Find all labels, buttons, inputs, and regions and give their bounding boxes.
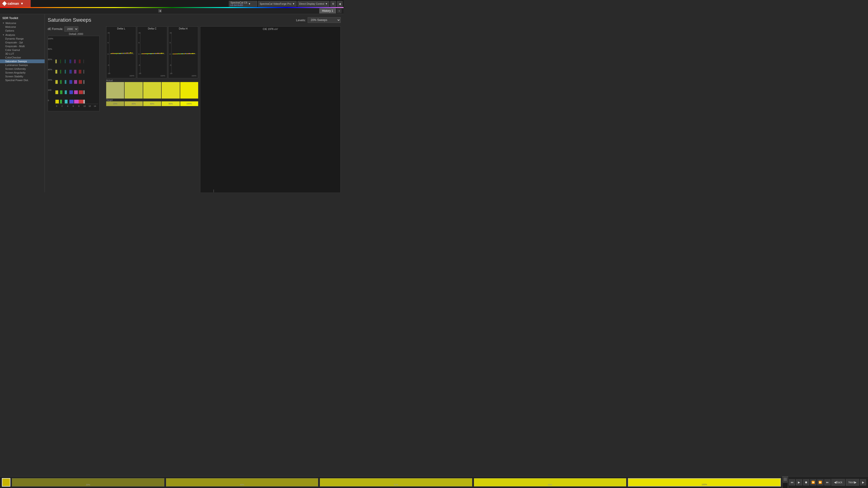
svg-text:12: 12 [89, 105, 91, 107]
sidebar-item-screen-uniformity[interactable]: Screen Uniformity [0, 67, 44, 71]
svg-rect-39 [74, 70, 76, 73]
device2-dropdown[interactable]: SpectraCal VideoForge Pro ▼ [258, 1, 297, 7]
svg-rect-17 [56, 90, 58, 94]
calman-dropdown-arrow[interactable]: ▼ [20, 2, 24, 5]
sidebar-section-welcome: ▼ Welcome Welcome Options [0, 21, 44, 33]
svg-rect-18 [56, 80, 58, 84]
swatch-actual-100 [180, 82, 198, 99]
svg-rect-38 [74, 80, 77, 84]
main-layout: SDR Toolkit ▼ Welcome Welcome Options ▼ … [0, 14, 343, 192]
svg-text:-15: -15 [169, 72, 172, 74]
svg-text:100: 100 [48, 89, 52, 91]
svg-text:15: 15 [169, 32, 172, 34]
svg-rect-28 [65, 80, 66, 84]
svg-text:80%: 80% [48, 48, 52, 50]
de-bar-chart: 100% 80% 60% 40% 20% 100 0 0 2 4 6 8 10 … [48, 36, 99, 111]
delta-h-title: Delta H [168, 27, 198, 30]
sidebar-item-dynamic-range[interactable]: Dynamic Range [0, 37, 44, 40]
svg-text:100%: 100% [48, 37, 53, 40]
svg-text:5: 5 [169, 42, 170, 44]
sidebar-item-saturation-sweeps[interactable]: Saturation Sweeps [0, 59, 44, 63]
sidebar-item-colorchecker[interactable]: ColorChecker [0, 56, 44, 59]
svg-rect-46 [84, 100, 85, 103]
svg-point-64 [127, 53, 128, 54]
svg-point-95 [192, 53, 193, 54]
settings-button[interactable]: ⚙ [330, 1, 336, 7]
sidebar: SDR Toolkit ▼ Welcome Welcome Options ▼ … [0, 14, 45, 192]
actual-swatches-row [106, 82, 198, 99]
svg-text:-15: -15 [107, 72, 111, 74]
device1-arrow: ▼ [248, 2, 251, 5]
svg-rect-20 [56, 60, 57, 63]
direct-display-name: Direct Display Control [299, 2, 324, 5]
svg-point-75 [144, 53, 145, 54]
svg-point-94 [188, 53, 189, 54]
svg-text:4: 4 [67, 105, 68, 107]
svg-text:-5: -5 [138, 64, 141, 66]
delta-l-chart: Delta L 15 5 0 -5 -15 100% [106, 26, 136, 78]
tab-add-button[interactable]: + [337, 8, 342, 13]
svg-point-77 [151, 53, 152, 54]
svg-rect-27 [65, 90, 67, 94]
svg-text:0: 0 [56, 105, 57, 107]
svg-text:6: 6 [73, 105, 74, 107]
sidebar-item-screen-stability[interactable]: Screen Stability [0, 74, 44, 78]
delta-section: Delta L 15 5 0 -5 -15 100% [106, 26, 198, 192]
svg-point-93 [185, 53, 186, 54]
sidebar-group-analysis[interactable]: ▼ Analysis [0, 33, 44, 37]
sidebar-item-grayscale-multi[interactable]: Grayscale - Multi [0, 44, 44, 48]
svg-rect-42 [79, 90, 83, 94]
swatch-target-100: 100% [180, 101, 198, 106]
svg-rect-37 [74, 90, 78, 94]
sidebar-item-3d-lut[interactable]: 3D LUT [0, 52, 44, 56]
sidebar-item-luminance-sweeps[interactable]: Luminance Sweeps [0, 63, 44, 67]
svg-rect-21 [60, 100, 62, 103]
device2-name: SpectraCal VideoForge Pro [260, 2, 291, 5]
levels-select[interactable]: 20% Sweeps 40% Sweeps 60% Sweeps 80% Swe… [308, 17, 341, 23]
svg-text:0: 0 [138, 53, 140, 55]
sidebar-item-spectral-power[interactable]: Spectral Power Dist. [0, 78, 44, 82]
sidebar-item-welcome[interactable]: Welcome [0, 25, 44, 29]
delta-l-title: Delta L [106, 27, 136, 30]
direct-display-dropdown[interactable]: Direct Display Control ▼ [298, 1, 329, 7]
device1-dropdown[interactable]: SpectraCal C6 LG G4 OLED ▼ [229, 1, 257, 7]
welcome-arrow-icon: ▼ [2, 22, 4, 24]
svg-text:60%: 60% [48, 58, 52, 61]
top-bar: calman ▼ SpectraCal C6 LG G4 OLED ▼ Spec… [0, 0, 343, 7]
svg-rect-30 [65, 60, 66, 63]
swatch-actual-20 [106, 82, 124, 99]
svg-point-76 [147, 54, 148, 55]
svg-rect-35 [69, 60, 71, 63]
svg-line-74 [142, 53, 164, 54]
svg-text:100%: 100% [191, 75, 196, 77]
analysis-arrow-icon: ▼ [2, 34, 4, 36]
svg-point-92 [181, 53, 182, 54]
svg-rect-19 [56, 70, 57, 73]
calman-logo[interactable]: calman ▼ [0, 0, 31, 7]
device1-name: SpectraCal C6 [230, 1, 247, 4]
target-swatches-row: 20% 40% 60% 80% 100% [106, 101, 198, 106]
sidebar-group-welcome[interactable]: ▼ Welcome [0, 21, 44, 25]
svg-point-62 [120, 53, 121, 54]
svg-rect-40 [74, 60, 76, 63]
sidebar-item-screen-angularity[interactable]: Screen Angularity [0, 71, 44, 74]
svg-text:5: 5 [138, 42, 140, 44]
target-label: Target [106, 99, 198, 101]
svg-rect-41 [79, 100, 84, 103]
collapse-button[interactable]: ◀ [337, 1, 343, 7]
tab-history1[interactable]: History 1 [319, 8, 336, 13]
sidebar-item-grayscale-2pt[interactable]: Grayscale - 2pt [0, 40, 44, 44]
sidebar-item-options[interactable]: Options [0, 29, 44, 33]
sidebar-toggle[interactable]: ◀ [158, 9, 162, 12]
svg-point-61 [116, 53, 117, 54]
cie-section: CIE 1976 u'v' [200, 26, 341, 192]
svg-rect-44 [79, 70, 82, 73]
delta-c-svg: 15 5 0 -5 -15 100% [137, 30, 167, 77]
svg-text:10: 10 [84, 105, 86, 107]
de-formula-select[interactable]: 2000 ITP 76 [64, 26, 78, 32]
content-area: Saturation Sweeps Levels: 20% Sweeps 40%… [45, 14, 343, 192]
sidebar-item-color-gamut[interactable]: Color Gamut [0, 48, 44, 52]
svg-point-65 [130, 52, 131, 53]
swatch-actual-40 [125, 82, 143, 99]
delta-h-chart: Delta H 15 5 0 -5 -15 100% [168, 26, 198, 78]
